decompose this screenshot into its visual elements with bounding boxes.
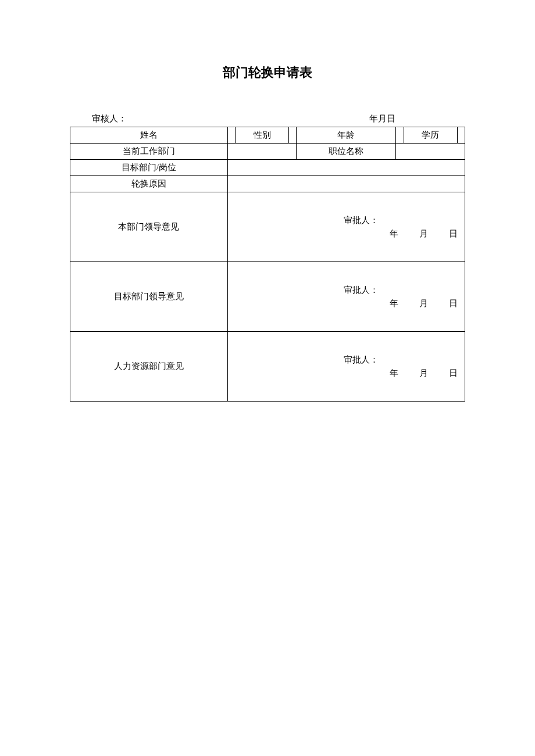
name-label: 姓名 bbox=[70, 127, 228, 144]
approver-label: 审批人： bbox=[344, 354, 463, 366]
date-line: 年 月 日 bbox=[390, 298, 463, 309]
target-dept-opinion-value[interactable]: 审批人： 年 月 日 bbox=[227, 262, 465, 332]
age-value[interactable] bbox=[396, 127, 404, 144]
education-label: 学历 bbox=[404, 127, 457, 144]
education-value[interactable] bbox=[457, 127, 465, 144]
date-line: 年 月 日 bbox=[390, 368, 463, 379]
table-row: 目标部门领导意见 审批人： 年 月 日 bbox=[70, 262, 465, 332]
hr-opinion-value[interactable]: 审批人： 年 月 日 bbox=[227, 332, 465, 402]
application-form-table: 姓名 性别 年龄 学历 当前工作部门 职位名称 目标部门/岗位 轮换原因 本部门… bbox=[70, 127, 465, 402]
gender-value[interactable] bbox=[289, 127, 297, 144]
gender-label: 性别 bbox=[235, 127, 288, 144]
opinion-inner: 审批人： 年 月 日 bbox=[229, 285, 463, 309]
opinion-inner: 审批人： 年 月 日 bbox=[229, 354, 463, 379]
target-dept-opinion-label: 目标部门领导意见 bbox=[70, 262, 228, 332]
approver-label: 审批人： bbox=[344, 285, 463, 296]
month-label: 月 bbox=[419, 228, 428, 239]
age-label: 年龄 bbox=[297, 127, 396, 144]
hr-opinion-label: 人力资源部门意见 bbox=[70, 332, 228, 402]
reason-label: 轮换原因 bbox=[70, 176, 228, 192]
own-dept-opinion-label: 本部门领导意见 bbox=[70, 192, 228, 262]
day-label: 日 bbox=[449, 368, 458, 379]
position-label: 职位名称 bbox=[297, 144, 396, 160]
name-value[interactable] bbox=[227, 127, 235, 144]
header-date-label: 年月日 bbox=[268, 113, 465, 124]
day-label: 日 bbox=[449, 298, 458, 309]
table-row: 本部门领导意见 审批人： 年 月 日 bbox=[70, 192, 465, 262]
target-dept-label: 目标部门/岗位 bbox=[70, 160, 228, 176]
year-label: 年 bbox=[390, 368, 398, 379]
document-page: 部门轮换申请表 审核人： 年月日 姓名 性别 年龄 学历 当前工作部门 职位名称… bbox=[0, 0, 535, 402]
approver-label: 审批人： bbox=[344, 215, 463, 226]
document-title: 部门轮换申请表 bbox=[70, 64, 465, 81]
target-dept-value[interactable] bbox=[227, 160, 465, 176]
reviewer-label: 审核人： bbox=[70, 113, 268, 124]
table-row: 姓名 性别 年龄 学历 bbox=[70, 127, 465, 144]
month-label: 月 bbox=[419, 298, 428, 309]
current-dept-value[interactable] bbox=[227, 144, 296, 160]
year-label: 年 bbox=[390, 228, 398, 239]
own-dept-opinion-value[interactable]: 审批人： 年 月 日 bbox=[227, 192, 465, 262]
date-line: 年 月 日 bbox=[390, 228, 463, 239]
table-row: 人力资源部门意见 审批人： 年 月 日 bbox=[70, 332, 465, 402]
reason-value[interactable] bbox=[227, 176, 465, 192]
table-row: 轮换原因 bbox=[70, 176, 465, 192]
current-dept-label: 当前工作部门 bbox=[70, 144, 228, 160]
header-row: 审核人： 年月日 bbox=[70, 113, 465, 127]
opinion-inner: 审批人： 年 月 日 bbox=[229, 215, 463, 239]
position-value[interactable] bbox=[396, 144, 465, 160]
month-label: 月 bbox=[419, 368, 428, 379]
table-row: 当前工作部门 职位名称 bbox=[70, 144, 465, 160]
table-row: 目标部门/岗位 bbox=[70, 160, 465, 176]
year-label: 年 bbox=[390, 298, 398, 309]
day-label: 日 bbox=[449, 228, 458, 239]
